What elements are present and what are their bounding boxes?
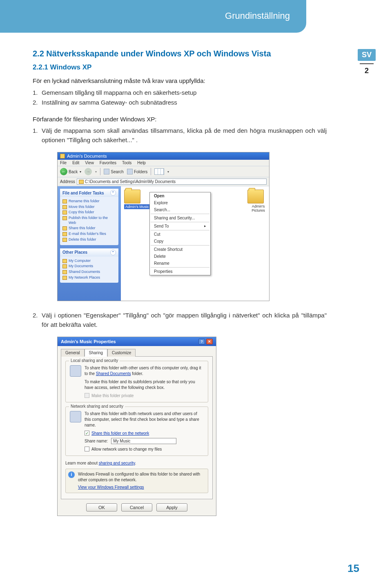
shared-documents-link[interactable]: Shared Documents	[96, 371, 131, 376]
checkbox-checked-icon: ✓	[85, 431, 89, 436]
move-icon	[62, 205, 67, 209]
share-name-label: Share name:	[85, 439, 108, 443]
back-arrow-icon: ←	[60, 168, 67, 175]
place-mycomputer[interactable]: My Computer	[62, 258, 116, 264]
selected-folder[interactable]: Admin's Music	[124, 190, 150, 209]
delete-icon	[62, 238, 67, 242]
firewall-settings-link[interactable]: View your Windows Firewall settings	[78, 485, 205, 490]
task-panel-title: File and Folder Tasks	[62, 191, 104, 195]
explorer-menubar: File Edit View Favorites Tools Help	[58, 160, 269, 166]
chk-share-network[interactable]: ✓ Share this folder on the network	[85, 431, 204, 436]
heading-2-2-1: 2.2.1 Windows XP	[33, 63, 327, 71]
menu-file[interactable]: File	[60, 161, 67, 165]
ctx-sharing[interactable]: Sharing and Security...	[150, 214, 210, 221]
shared-icon	[62, 270, 67, 274]
local-text-1: To share this folder with other users of…	[85, 365, 204, 377]
network-icon	[62, 276, 67, 280]
share-name-input[interactable]: My Music	[111, 438, 176, 444]
intro-text: För en lyckad nätverksanslutning måste t…	[33, 76, 327, 86]
heading-2-2: 2.2 Nätverksskapande under Windows XP oc…	[33, 49, 327, 58]
ctx-rename[interactable]: Rename	[150, 260, 210, 267]
menu-tools[interactable]: Tools	[122, 161, 131, 165]
task-panel: File and Folder Tasks⌃ Rename this folde…	[60, 189, 118, 245]
ctx-shortcut[interactable]: Create Shortcut	[150, 246, 210, 253]
checkbox-icon	[85, 393, 89, 398]
badge-divider	[360, 63, 374, 64]
ctx-explore[interactable]: Explore	[150, 199, 210, 206]
ctx-copy[interactable]: Copy	[150, 238, 210, 245]
menu-view[interactable]: View	[85, 161, 94, 165]
req1-text: Gemensam tillgång till mapparna och en s…	[42, 88, 327, 98]
cancel-button[interactable]: Cancel	[121, 503, 152, 512]
address-input[interactable]: C:\Documents and Settings\Admin\My Docum…	[77, 179, 267, 185]
apply-button[interactable]: Apply	[156, 503, 187, 512]
views-button[interactable]	[154, 168, 164, 175]
hand-share-icon	[70, 365, 81, 377]
place-mydocs[interactable]: My Documents	[62, 264, 116, 269]
place-shared[interactable]: Shared Documents	[62, 269, 116, 275]
search-button[interactable]: Search	[104, 169, 124, 174]
task-share[interactable]: Share this folder	[62, 226, 116, 231]
sharing-tabpage: Local sharing and security To share this…	[61, 356, 213, 499]
learn-more: Learn more about sharing and security.	[65, 460, 208, 469]
task-copy[interactable]: Copy this folder	[62, 210, 116, 215]
checkbox-icon	[85, 447, 89, 451]
header-band: Grundinställning	[0, 0, 306, 33]
local-sharing-group: Local sharing and security To share this…	[65, 361, 208, 402]
ok-button[interactable]: OK	[86, 503, 117, 512]
collapse-icon[interactable]: ⌃	[110, 250, 116, 255]
copy-icon	[62, 210, 67, 214]
explorer-content: Admin's Music Admin's Pictures Open Expl…	[121, 186, 269, 301]
share-name-field: Share name: My Music	[85, 438, 204, 444]
collapse-icon[interactable]: ⌃	[110, 190, 116, 196]
task-delete[interactable]: Delete this folder	[62, 237, 116, 243]
folder-icon	[60, 154, 65, 159]
address-path: C:\Documents and Settings\Admin\My Docum…	[85, 179, 176, 184]
task-publish[interactable]: Publish this folder to the Web	[62, 215, 116, 226]
tab-sharing[interactable]: Sharing	[85, 349, 107, 357]
folder-icon	[247, 190, 264, 203]
pictures-folder[interactable]: Admin's Pictures	[247, 190, 269, 212]
explorer-toolbar: ←Back▾ →▾ Search Folders ▾	[58, 166, 269, 177]
tab-general[interactable]: General	[61, 349, 85, 357]
section-title: Grundinställning	[225, 11, 290, 21]
network-group-label: Network sharing and security	[69, 404, 125, 409]
ctx-properties[interactable]: Properties	[150, 268, 210, 275]
folder-icon	[124, 190, 140, 203]
task-rename[interactable]: Rename this folder	[62, 199, 116, 204]
menu-help[interactable]: Help	[137, 161, 146, 165]
share-icon	[62, 226, 67, 230]
task-move[interactable]: Move this folder	[62, 204, 116, 210]
chk-make-private: Make this folder private	[85, 393, 204, 398]
ctx-open[interactable]: Open	[150, 192, 210, 199]
network-share-icon	[70, 411, 81, 422]
learn-more-link[interactable]: sharing and security	[99, 461, 135, 465]
email-icon	[62, 232, 67, 236]
back-button[interactable]: ←Back▾	[60, 168, 81, 175]
step2-text: Välj i optionen "Egenskaper" "Tillgång" …	[42, 311, 327, 329]
language-code: SV	[358, 49, 376, 61]
firewall-info: i Windows Firewall is configured to allo…	[65, 469, 208, 493]
menu-edit[interactable]: Edit	[72, 161, 79, 165]
docs-icon	[62, 264, 67, 268]
menu-favorites[interactable]: Favorites	[100, 161, 116, 165]
close-button[interactable]: ✕	[206, 339, 213, 344]
place-network[interactable]: My Network Places	[62, 275, 116, 281]
explorer-titlebar: Admin's Documents	[58, 152, 269, 160]
ctx-cut[interactable]: Cut	[150, 231, 210, 238]
forward-button[interactable]: →	[85, 168, 92, 175]
address-bar: Address C:\Documents and Settings\Admin\…	[58, 177, 269, 186]
ctx-sendto[interactable]: Send To	[150, 223, 210, 230]
procedure-label: Förfarande för filesharing under Windows…	[33, 115, 327, 124]
folders-button[interactable]: Folders	[127, 169, 147, 174]
task-email[interactable]: E-mail this folder's files	[62, 231, 116, 237]
chk-allow-change[interactable]: Allow network users to change my files	[85, 447, 204, 451]
tab-customize[interactable]: Customize	[107, 349, 136, 357]
ctx-delete[interactable]: Delete	[150, 253, 210, 260]
ctx-search[interactable]: Search...	[150, 206, 210, 213]
requirements-list: 1.Gemensam tillgång till mapparna och en…	[33, 88, 327, 107]
folders-icon	[127, 169, 133, 174]
help-button[interactable]: ?	[198, 339, 205, 344]
network-text: To share this folder with both network u…	[85, 411, 204, 428]
info-icon: i	[68, 471, 75, 478]
